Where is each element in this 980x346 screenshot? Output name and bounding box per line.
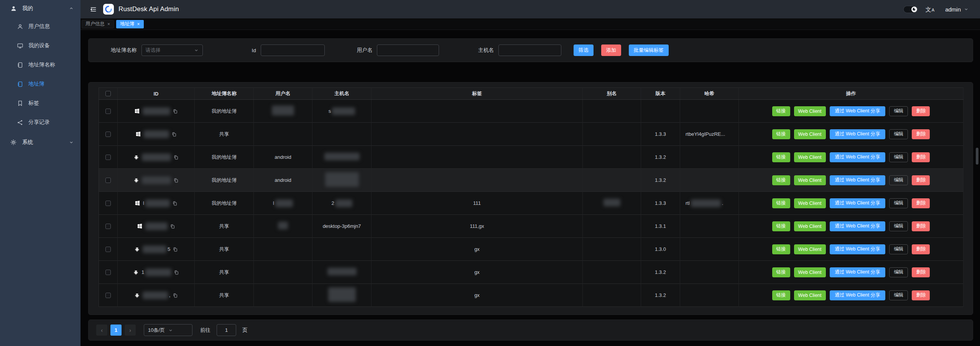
- action-delete-button[interactable]: 删除: [912, 106, 930, 116]
- close-tab-icon[interactable]: ×: [107, 21, 110, 27]
- row-checkbox[interactable]: [105, 270, 111, 275]
- action-edit-button[interactable]: 编辑: [889, 267, 908, 277]
- sidebar-item-addressbook-names[interactable]: 地址簿名称: [0, 55, 81, 74]
- action-edit-button[interactable]: 编辑: [889, 175, 908, 185]
- action-share-webclient-button[interactable]: 通过 Web Client 分享: [830, 152, 886, 162]
- copy-icon[interactable]: [174, 270, 179, 275]
- tab-addressbook[interactable]: 地址簿×: [116, 20, 144, 28]
- sidebar-group-my[interactable]: 我的: [0, 0, 81, 17]
- action-delete-button[interactable]: 删除: [912, 221, 930, 231]
- action-share-webclient-button[interactable]: 通过 Web Client 分享: [830, 221, 886, 231]
- action-delete-button[interactable]: 删除: [912, 152, 930, 162]
- add-button[interactable]: 添加: [601, 44, 621, 56]
- pagination-bar: ‹ 1 › 10条/页 前往 页: [88, 320, 973, 341]
- prev-page-button[interactable]: ‹: [96, 325, 107, 336]
- action-edit-button[interactable]: 编辑: [889, 198, 908, 208]
- hostname-label: 主机名: [478, 47, 494, 54]
- page-number-button[interactable]: 1: [110, 325, 122, 336]
- row-checkbox[interactable]: [105, 224, 111, 229]
- close-tab-icon[interactable]: ×: [137, 21, 140, 27]
- user-dropdown[interactable]: admin: [945, 6, 968, 13]
- row-checkbox[interactable]: [105, 155, 111, 160]
- action-delete-button[interactable]: 删除: [912, 175, 930, 185]
- action-edit-button[interactable]: 编辑: [889, 290, 908, 300]
- sidebar-item-share-records[interactable]: 分享记录: [0, 113, 81, 132]
- action-share-webclient-button[interactable]: 通过 Web Client 分享: [830, 106, 886, 116]
- action-link-button[interactable]: 链接: [772, 267, 790, 277]
- action-delete-button[interactable]: 删除: [912, 198, 930, 208]
- action-link-button[interactable]: 链接: [772, 175, 790, 185]
- select-all-checkbox[interactable]: [105, 91, 111, 96]
- copy-icon[interactable]: [173, 155, 179, 160]
- action-share-webclient-button[interactable]: 通过 Web Client 分享: [830, 244, 886, 254]
- action-link-button[interactable]: 链接: [772, 106, 790, 116]
- id-input[interactable]: [261, 44, 325, 56]
- sidebar-group-system[interactable]: 系统: [0, 132, 81, 153]
- action-share-webclient-button[interactable]: 通过 Web Client 分享: [830, 175, 886, 185]
- sidebar-item-addressbook[interactable]: 地址簿: [0, 74, 81, 94]
- action-delete-button[interactable]: 删除: [912, 290, 930, 300]
- action-webclient-button[interactable]: Web Client: [794, 175, 826, 185]
- action-delete-button[interactable]: 删除: [912, 129, 930, 139]
- copy-icon[interactable]: [170, 224, 175, 229]
- row-checkbox[interactable]: [105, 178, 111, 183]
- copy-icon[interactable]: [173, 247, 178, 252]
- hostname-input[interactable]: [498, 44, 561, 56]
- vertical-scrollbar-thumb[interactable]: [976, 148, 978, 165]
- copy-icon[interactable]: [173, 178, 179, 183]
- row-checkbox[interactable]: [105, 247, 111, 252]
- filter-button[interactable]: 筛选: [574, 44, 594, 56]
- action-share-webclient-button[interactable]: 通过 Web Client 分享: [830, 129, 886, 139]
- sidebar-item-my-devices[interactable]: 我的设备: [0, 36, 81, 55]
- translate-icon[interactable]: 文A: [926, 7, 934, 12]
- action-share-webclient-button[interactable]: 通过 Web Client 分享: [830, 198, 886, 208]
- addressbook-name-select[interactable]: 请选择: [141, 44, 203, 56]
- hamburger-menu-icon[interactable]: [90, 6, 97, 13]
- action-share-webclient-button[interactable]: 通过 Web Client 分享: [830, 290, 886, 300]
- row-checkbox[interactable]: [105, 109, 111, 114]
- sidebar-item-tags[interactable]: 标签: [0, 94, 81, 113]
- cell-content: rtbeYl4gIPuzRE...: [686, 131, 725, 137]
- action-link-button[interactable]: 链接: [772, 290, 790, 300]
- cell-tags: [372, 169, 583, 192]
- action-edit-button[interactable]: 编辑: [889, 221, 908, 231]
- action-webclient-button[interactable]: Web Client: [794, 129, 826, 139]
- theme-toggle[interactable]: [903, 6, 918, 13]
- action-delete-button[interactable]: 删除: [912, 244, 930, 254]
- action-edit-button[interactable]: 编辑: [889, 152, 908, 162]
- action-webclient-button[interactable]: Web Client: [794, 106, 826, 116]
- tab-user-info[interactable]: 用户信息×: [82, 20, 114, 28]
- sidebar-item-user-info[interactable]: 用户信息: [0, 17, 81, 36]
- action-webclient-button[interactable]: Web Client: [794, 152, 826, 162]
- copy-icon[interactable]: [171, 132, 177, 137]
- action-webclient-button[interactable]: Web Client: [794, 244, 826, 254]
- action-link-button[interactable]: 链接: [772, 198, 790, 208]
- action-link-button[interactable]: 链接: [772, 152, 790, 162]
- action-share-webclient-button[interactable]: 通过 Web Client 分享: [830, 267, 886, 277]
- copy-icon[interactable]: [172, 201, 178, 206]
- action-webclient-button[interactable]: Web Client: [794, 221, 826, 231]
- action-edit-button[interactable]: 编辑: [889, 106, 908, 116]
- top-navbar: RustDesk Api Admin 文A admin: [81, 0, 980, 18]
- action-delete-button[interactable]: 删除: [912, 267, 930, 277]
- next-page-button[interactable]: ›: [125, 325, 136, 336]
- row-checkbox[interactable]: [105, 201, 111, 206]
- cell-username: android: [254, 169, 312, 192]
- batch-edit-tags-button[interactable]: 批量编辑标签: [629, 44, 669, 56]
- action-edit-button[interactable]: 编辑: [889, 244, 908, 254]
- action-webclient-button[interactable]: Web Client: [794, 267, 826, 277]
- sidebar-group-label: 系统: [22, 139, 33, 146]
- row-checkbox[interactable]: [105, 132, 111, 137]
- row-checkbox[interactable]: [105, 293, 111, 298]
- action-webclient-button[interactable]: Web Client: [794, 290, 826, 300]
- copy-icon[interactable]: [173, 293, 178, 298]
- copy-icon[interactable]: [173, 109, 178, 114]
- goto-page-input[interactable]: [217, 324, 236, 336]
- page-size-select[interactable]: 10条/页: [144, 324, 192, 336]
- action-edit-button[interactable]: 编辑: [889, 129, 908, 139]
- action-link-button[interactable]: 链接: [772, 129, 790, 139]
- username-input[interactable]: [377, 44, 439, 56]
- action-webclient-button[interactable]: Web Client: [794, 198, 826, 208]
- action-link-button[interactable]: 链接: [772, 244, 790, 254]
- action-link-button[interactable]: 链接: [772, 221, 790, 231]
